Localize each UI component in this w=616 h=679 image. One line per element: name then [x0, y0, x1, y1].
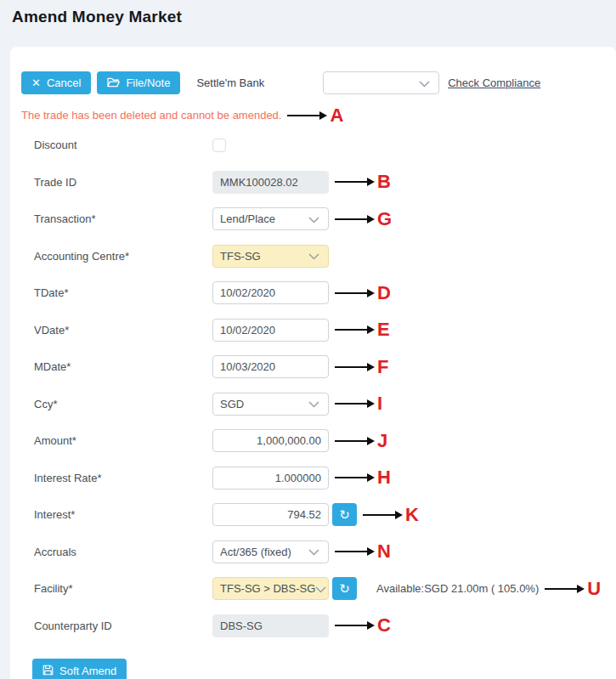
form-row-counterparty-id: Counterparty ID C — [10, 614, 616, 637]
transaction-select-value: Lend/Place — [220, 212, 275, 225]
field-label-interest: Interest* — [34, 508, 212, 521]
refresh-facility-button[interactable]: ↻ — [332, 577, 357, 600]
form-row-interest: Interest* ↻ K — [10, 503, 616, 526]
accounting-centre-select[interactable]: TFS-SG — [212, 245, 329, 268]
annotation-arrow-c — [335, 621, 375, 630]
chevron-down-icon — [308, 396, 319, 411]
form-row-mdate: MDate* F — [10, 355, 616, 378]
toolbar: ✕ Cancel File/Note Settle'm Bank Check C… — [10, 47, 616, 94]
annotation-letter-k: K — [405, 506, 419, 524]
form-row-discount: Discount — [10, 133, 616, 156]
form-row-ccy: Ccy* SGD I — [10, 393, 616, 416]
field-label-tdate: TDate* — [34, 286, 212, 299]
annotation-letter-h: H — [377, 468, 391, 487]
mdate-input[interactable] — [212, 355, 329, 378]
ccy-select-value: SGD — [220, 398, 244, 410]
field-label-accruals: Accruals — [34, 546, 212, 558]
form: Discount Trade ID B Transaction* Lend/Pl… — [10, 133, 616, 637]
form-row-interest-rate: Interest Rate* H — [10, 467, 616, 489]
accounting-centre-select-value: TFS-SG — [220, 250, 261, 263]
close-icon: ✕ — [31, 77, 41, 88]
chevron-down-icon — [419, 76, 430, 91]
form-panel: ✕ Cancel File/Note Settle'm Bank Check C… — [10, 47, 616, 679]
transaction-select[interactable]: Lend/Place — [212, 207, 329, 230]
check-compliance-link[interactable]: Check Compliance — [448, 76, 540, 89]
form-row-tdate: TDate* D — [10, 281, 616, 304]
refresh-icon: ↻ — [339, 508, 350, 521]
annotation-arrow-b — [335, 178, 375, 186]
chevron-down-icon — [308, 248, 319, 263]
form-row-vdate: VDate* E — [10, 319, 616, 342]
annotation-arrow-g — [335, 215, 375, 224]
form-row-transaction: Transaction* Lend/Place G — [10, 207, 616, 230]
field-label-accounting-centre: Accounting Centre* — [34, 250, 212, 263]
vdate-input[interactable] — [212, 319, 329, 342]
annotation-letter-f: F — [377, 358, 388, 376]
soft-amend-button[interactable]: Soft Amend — [32, 659, 127, 679]
annotation-arrow-k — [363, 511, 403, 519]
annotation-arrow-n — [335, 547, 375, 556]
annotation-arrow-h — [335, 473, 375, 482]
interest-input[interactable] — [212, 503, 329, 526]
annotation-letter-u: U — [587, 580, 601, 598]
annotation-letter-d: D — [377, 284, 391, 303]
annotation-letter-b: B — [377, 173, 391, 191]
save-icon — [42, 665, 54, 677]
annotation-letter-j: J — [377, 432, 387, 450]
settlem-bank-select[interactable] — [323, 71, 439, 94]
facility-select[interactable]: TFS-SG > DBS-SG — [212, 577, 329, 600]
field-label-amount: Amount* — [34, 434, 212, 447]
folder-open-icon — [107, 77, 120, 89]
field-label-counterparty-id: Counterparty ID — [34, 620, 212, 632]
interest-rate-input[interactable] — [212, 467, 329, 489]
field-label-trade-id: Trade ID — [34, 176, 212, 189]
annotation-letter-g: G — [377, 210, 392, 229]
chevron-down-icon — [308, 544, 319, 559]
field-label-facility: Facility* — [34, 582, 212, 595]
accruals-select[interactable]: Act/365 (fixed) — [212, 540, 329, 563]
annotation-arrow-j — [335, 437, 375, 445]
annotation-letter-i: I — [377, 394, 382, 413]
field-label-mdate: MDate* — [34, 360, 212, 373]
recalculate-interest-button[interactable]: ↻ — [332, 503, 357, 526]
field-label-interest-rate: Interest Rate* — [34, 472, 212, 484]
trade-id-field — [212, 171, 329, 194]
soft-amend-button-label: Soft Amend — [59, 665, 116, 677]
form-row-accruals: Accruals Act/365 (fixed) N — [10, 540, 616, 563]
counterparty-id-field — [212, 614, 329, 637]
chevron-down-icon — [308, 212, 319, 227]
alert-row: The trade has been deleted and cannot be… — [21, 108, 616, 122]
alert-message: The trade has been deleted and cannot be… — [21, 109, 281, 122]
refresh-icon: ↻ — [339, 582, 350, 595]
page-header: Amend Money Market — [0, 0, 616, 47]
field-label-ccy: Ccy* — [34, 398, 212, 410]
form-row-trade-id: Trade ID B — [10, 171, 616, 194]
amount-input[interactable] — [212, 429, 329, 452]
chevron-down-icon — [315, 581, 326, 597]
settlem-bank-label: Settle'm Bank — [196, 76, 264, 89]
form-row-amount: Amount* J — [10, 429, 616, 452]
accruals-select-value: Act/365 (fixed) — [220, 546, 291, 558]
page-title: Amend Money Market — [12, 8, 616, 26]
facility-select-value: TFS-SG > DBS-SG — [220, 582, 315, 595]
facility-available-text: Available:SGD 21.00m ( 105.0%) — [376, 582, 539, 595]
tdate-input[interactable] — [212, 281, 329, 304]
field-label-discount: Discount — [34, 139, 212, 151]
annotation-arrow-d — [335, 289, 375, 297]
ccy-select[interactable]: SGD — [212, 393, 329, 416]
annotation-letter-n: N — [377, 542, 391, 561]
annotation-letter-a: A — [330, 106, 343, 125]
discount-checkbox[interactable] — [212, 139, 226, 152]
file-note-button[interactable]: File/Note — [97, 71, 180, 94]
field-label-transaction: Transaction* — [34, 212, 212, 225]
form-row-accounting-centre: Accounting Centre* TFS-SG — [10, 245, 616, 268]
form-row-facility: Facility* TFS-SG > DBS-SG ↻ Available:SG… — [10, 577, 616, 600]
cancel-button[interactable]: ✕ Cancel — [21, 71, 91, 94]
annotation-letter-c: C — [377, 616, 391, 635]
file-note-button-label: File/Note — [126, 76, 170, 89]
annotation-arrow-f — [335, 363, 375, 371]
annotation-arrow-u — [545, 585, 585, 593]
cancel-button-label: Cancel — [47, 76, 81, 89]
annotation-letter-e: E — [377, 320, 390, 339]
annotation-arrow-a — [287, 111, 327, 120]
